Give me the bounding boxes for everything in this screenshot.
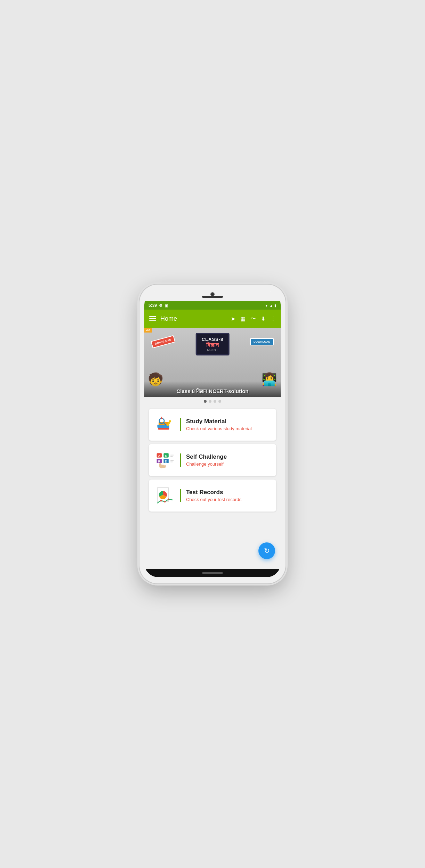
svg-text:C: C <box>165 454 167 458</box>
svg-point-28 <box>164 501 166 503</box>
phone-top <box>144 291 281 301</box>
battery-icon: ▮ <box>274 304 276 308</box>
banner-container: Ad DOWNLOAD CLASS-8 विज्ञान NCERT <box>144 328 281 397</box>
calendar-icon[interactable]: ▦ <box>240 316 246 322</box>
svg-rect-20 <box>161 465 163 468</box>
study-material-subtitle: Check out various study material <box>186 426 271 431</box>
dot-3[interactable] <box>214 400 216 403</box>
svg-text:D: D <box>165 460 167 463</box>
book-center: CLASS-8 विज्ञान NCERT <box>196 333 230 355</box>
svg-marker-6 <box>161 417 162 419</box>
app-bar: Home ➤ ▦ 〜 ⬇ ⋮ <box>144 310 281 328</box>
book-class-label: CLASS-8 <box>202 337 224 342</box>
self-challenge-subtitle: Challenge yourself <box>186 461 271 467</box>
study-material-card[interactable]: Study Material Check out various study m… <box>149 408 276 441</box>
svg-rect-21 <box>163 465 165 468</box>
status-right: ▼ ▲ ▮ <box>265 304 276 308</box>
svg-point-29 <box>168 499 170 500</box>
test-records-text: Test Records Check out your test records <box>180 489 271 502</box>
ad-badge: Ad <box>144 328 152 333</box>
phone-frame: 5:39 ⚙ ▣ ▼ ▲ ▮ Home ➤ ▦ 〜 ⬇ ⋮ <box>139 285 286 583</box>
status-left: 5:39 ⚙ ▣ <box>149 303 168 308</box>
more-icon[interactable]: ⋮ <box>270 316 276 322</box>
self-challenge-icon-wrap: A C R D <box>154 450 175 470</box>
banner-title: Class 8 विज्ञान NCERT-solution <box>150 388 275 394</box>
status-time: 5:39 <box>149 303 157 308</box>
app-bar-icons: ➤ ▦ 〜 ⬇ ⋮ <box>231 315 276 322</box>
test-records-subtitle: Check out your test records <box>186 497 271 502</box>
svg-text:R: R <box>158 460 161 463</box>
phone-inner: 5:39 ⚙ ▣ ▼ ▲ ▮ Home ➤ ▦ 〜 ⬇ ⋮ <box>144 291 281 577</box>
empty-space <box>144 515 281 569</box>
download-icon[interactable]: ⬇ <box>261 316 265 322</box>
self-challenge-card[interactable]: A C R D <box>149 444 276 476</box>
study-material-text: Study Material Check out various study m… <box>180 418 271 431</box>
test-records-icon <box>155 486 174 505</box>
signal-icon: ▲ <box>270 304 273 308</box>
study-material-icon <box>155 415 174 434</box>
send-icon[interactable]: ➤ <box>231 316 235 322</box>
test-records-card[interactable]: Test Records Check out your test records <box>149 479 276 512</box>
settings-icon: ⚙ <box>159 303 162 308</box>
self-challenge-title: Self Challenge <box>186 453 271 460</box>
home-indicator[interactable] <box>202 572 223 574</box>
dot-1[interactable] <box>204 400 207 403</box>
speaker <box>202 296 223 298</box>
svg-rect-22 <box>164 465 166 467</box>
sim-icon: ▣ <box>165 303 168 308</box>
dot-2[interactable] <box>209 400 211 403</box>
self-challenge-text: Self Challenge Challenge yourself <box>180 453 271 467</box>
banner-overlay: Class 8 विज्ञान NCERT-solution <box>144 381 281 397</box>
dot-indicators <box>144 397 281 406</box>
self-challenge-icon: A C R D <box>155 451 174 469</box>
main-content: Ad DOWNLOAD CLASS-8 विज्ञान NCERT <box>144 328 281 569</box>
menu-items: Study Material Check out various study m… <box>144 406 281 515</box>
book-subject-label: विज्ञान <box>202 342 224 348</box>
test-records-title: Test Records <box>186 489 271 496</box>
trending-icon[interactable]: 〜 <box>250 315 256 322</box>
banner-content: DOWNLOAD CLASS-8 विज्ञान NCERT DOWNLOAD … <box>144 328 281 397</box>
book-box: CLASS-8 विज्ञान NCERT <box>196 333 230 355</box>
wifi-icon: ▼ <box>265 304 268 308</box>
book-footer-label: NCERT <box>202 348 224 352</box>
svg-text:A: A <box>158 454 161 458</box>
test-records-icon-wrap <box>154 485 175 506</box>
download-badge-right: DOWNLOAD <box>250 338 274 345</box>
hamburger-menu[interactable] <box>149 316 156 321</box>
bottom-bar <box>144 569 281 577</box>
dot-4[interactable] <box>218 400 221 403</box>
study-material-icon-wrap <box>154 414 175 435</box>
refresh-fab[interactable]: ↻ <box>258 542 275 559</box>
status-bar: 5:39 ⚙ ▣ ▼ ▲ ▮ <box>144 301 281 310</box>
refresh-icon: ↻ <box>264 547 270 555</box>
svg-rect-19 <box>159 463 161 467</box>
study-material-title: Study Material <box>186 418 271 425</box>
svg-point-27 <box>160 500 162 501</box>
app-bar-title: Home <box>160 315 227 322</box>
